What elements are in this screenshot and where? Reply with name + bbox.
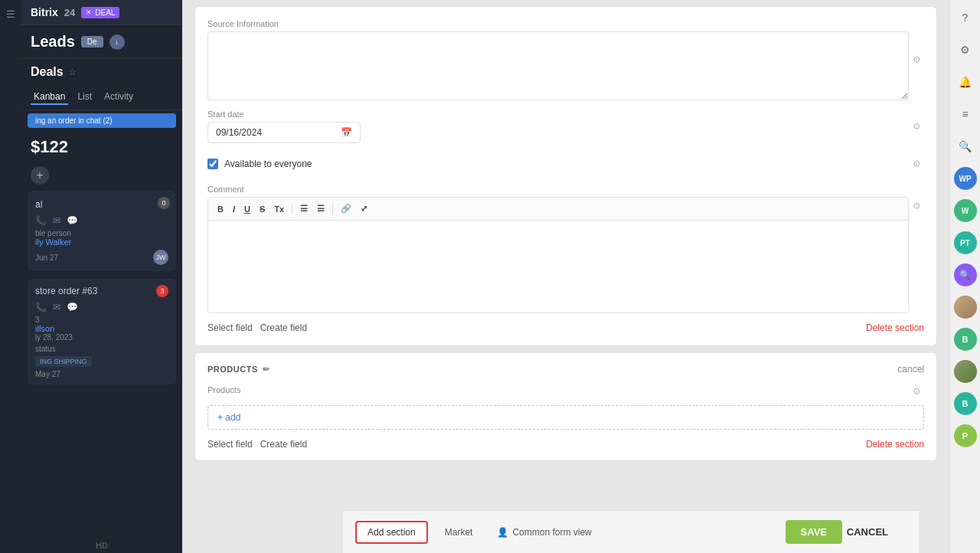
deal-card-1: al 0 📞 ✉ 💬 ble person ily Walker Jun 27 … [28, 191, 176, 271]
products-cancel-link[interactable]: cancel [897, 364, 924, 375]
avatar-w[interactable]: W [954, 199, 977, 222]
create-field-link-2[interactable]: Create field [260, 439, 307, 450]
select-field-link-2[interactable]: Select field [207, 439, 253, 450]
cancel-button[interactable]: CANCEL [847, 526, 888, 538]
products-field-row: Products ⚙ [207, 384, 924, 399]
deals-header: Deals ☆ [21, 59, 182, 85]
search-icon[interactable]: 🔍 [954, 135, 977, 158]
products-section: PRODUCTS ✏ cancel Products ⚙ + add Selec… [194, 352, 937, 461]
underline-button[interactable]: U [241, 203, 253, 215]
create-field-link-1[interactable]: Create field [260, 322, 307, 333]
comment-gear-icon[interactable]: ⚙ [909, 198, 924, 214]
start-date-gear-icon[interactable]: ⚙ [909, 119, 924, 134]
settings-icon[interactable]: ⚙ [954, 38, 977, 61]
order-chat-banner[interactable]: ing an order in chat (2) [28, 113, 176, 128]
avatar-b2[interactable]: B [954, 392, 977, 415]
delete-section-1[interactable]: Delete section [866, 322, 924, 333]
products-header: PRODUCTS ✏ cancel [207, 364, 924, 375]
close-deal-icon[interactable]: ✕ [86, 8, 92, 16]
source-textarea[interactable] [207, 31, 909, 100]
start-date-label: Start date [207, 110, 361, 119]
deal-amount: $122 [21, 131, 182, 163]
deals-shortcut[interactable]: De [81, 36, 103, 47]
deal-title-1: al [35, 199, 42, 210]
products-gear-icon[interactable]: ⚙ [909, 384, 924, 399]
menu-icon[interactable]: ≡ [954, 103, 977, 126]
main-sidebar: Bitrix 24 ✕ DEAL Leads De ↓ Deals ☆ Kanb… [21, 0, 182, 553]
hamburger-icon[interactable]: ☰ [3, 6, 18, 21]
chat-icon[interactable]: 💬 [67, 215, 78, 226]
shipping-tag: ING SHIPPING [35, 356, 92, 367]
status-label: status [35, 345, 168, 353]
add-section-button[interactable]: Add section [355, 521, 428, 544]
comment-body[interactable] [208, 221, 908, 312]
leads-title[interactable]: Leads [31, 33, 75, 51]
available-gear-icon[interactable]: ⚙ [909, 156, 924, 172]
help-icon[interactable]: ? [954, 6, 977, 29]
email-icon-2[interactable]: ✉ [53, 302, 60, 312]
collapse-icon[interactable]: ↓ [109, 34, 125, 50]
avatar-b1[interactable]: B [954, 328, 977, 351]
source-field-row: Source Information ⚙ [207, 19, 924, 100]
add-product-button[interactable]: + add [207, 405, 924, 430]
available-checkbox[interactable] [207, 159, 218, 169]
market-label: Market [445, 527, 473, 538]
deal-badge[interactable]: ✕ DEAL [81, 7, 119, 18]
source-section: Source Information ⚙ Start date 09/16/20… [194, 6, 937, 346]
ordered-list-button[interactable]: ☰ [297, 202, 311, 215]
save-button[interactable]: SAVE [786, 520, 842, 544]
clear-button[interactable]: Tx [271, 203, 287, 215]
source-gear-icon[interactable]: ⚙ [909, 52, 924, 67]
person-icon: 👤 [497, 527, 508, 538]
start-date-section: Start date 09/16/2024 📅 ⚙ [207, 110, 924, 143]
link-button[interactable]: 🔗 [338, 202, 354, 215]
chat-icon-2[interactable]: 💬 [67, 302, 78, 312]
start-date-input[interactable]: 09/16/2024 📅 [207, 122, 361, 143]
avatar-wp[interactable]: WP [954, 167, 977, 190]
tab-activity[interactable]: Activity [101, 90, 136, 105]
leads-section: Leads De ↓ [21, 25, 182, 59]
deal-card-actions-2: 📞 ✉ 💬 [35, 302, 168, 312]
deal-store-title: store order #63 [35, 286, 97, 296]
avatar-1: JW [153, 250, 168, 265]
tab-kanban[interactable]: Kanban [31, 90, 68, 105]
expand-button[interactable]: ⤢ [358, 202, 371, 215]
products-title-row: PRODUCTS ✏ [207, 365, 270, 375]
contact-name-1[interactable]: ily Walker [35, 237, 168, 247]
section-footer-2: Select field Create field Delete section [207, 439, 924, 450]
strikethrough-button[interactable]: S [256, 203, 268, 215]
phone-icon-2[interactable]: 📞 [35, 302, 47, 312]
deal-card-actions-1: 📞 ✉ 💬 [35, 215, 168, 226]
section-footer-1: Select field Create field Delete section [207, 322, 924, 333]
tab-list[interactable]: List [74, 90, 95, 105]
avatar-photo-2[interactable] [954, 360, 977, 383]
avatar-pt[interactable]: PT [954, 231, 977, 254]
select-field-link-1[interactable]: Select field [207, 322, 253, 333]
sidebar-header: Bitrix 24 ✕ DEAL [21, 0, 182, 25]
delete-section-2[interactable]: Delete section [866, 439, 924, 450]
deal-date-1: Jun 27 [35, 254, 58, 262]
main-content: Source Information ⚙ Start date 09/16/20… [182, 0, 949, 553]
avatar-green2[interactable]: P [954, 424, 977, 447]
italic-button[interactable]: I [230, 203, 238, 215]
phone-icon[interactable]: 📞 [35, 215, 47, 226]
bold-button[interactable]: B [214, 203, 227, 215]
avatar-photo-1[interactable] [954, 296, 977, 319]
unordered-list-button[interactable]: ☰ [314, 202, 328, 215]
avatar-search2[interactable]: 🔍 [954, 263, 977, 286]
products-label: Products [207, 385, 240, 394]
products-title-text: PRODUCTS [207, 365, 258, 374]
app-logo: Bitrix [31, 6, 58, 18]
contact-name-2[interactable]: illson [35, 324, 168, 333]
deals-title: Deals [31, 65, 64, 79]
star-icon[interactable]: ☆ [68, 67, 77, 77]
email-icon[interactable]: ✉ [53, 215, 60, 226]
add-deal-button[interactable]: + [31, 166, 49, 185]
contact-label-1: ble person [35, 229, 168, 237]
notification-icon[interactable]: 🔔 [954, 70, 977, 93]
common-form-label: Common form view [512, 527, 591, 538]
edit-products-icon[interactable]: ✏ [263, 365, 270, 375]
common-form-button[interactable]: 👤 Common form view [489, 522, 599, 542]
right-sidebar: ? ⚙ 🔔 ≡ 🔍 WP W PT 🔍 B B P [949, 0, 980, 553]
market-button[interactable]: Market [437, 522, 481, 542]
